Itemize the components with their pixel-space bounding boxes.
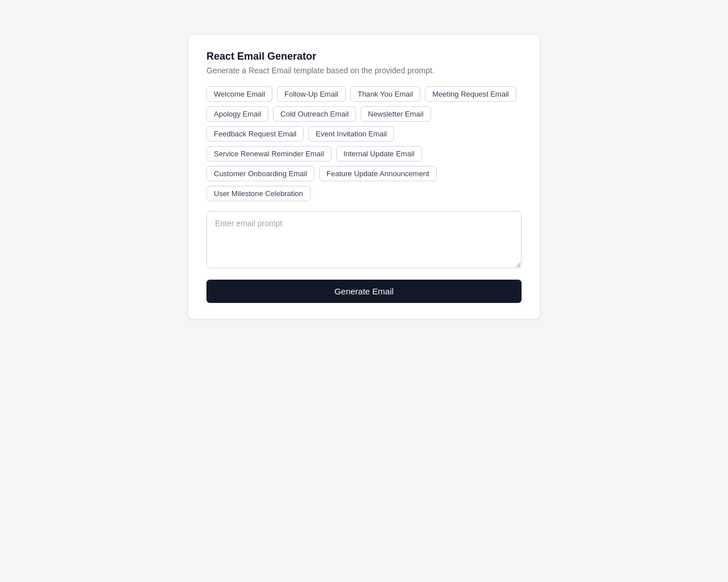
main-card: React Email Generator Generate a React E… [188, 34, 540, 319]
tag-newsletter-email[interactable]: Newsletter Email [361, 106, 431, 122]
tag-meeting-request-email[interactable]: Meeting Request Email [425, 86, 516, 102]
tag-feedback-request-email[interactable]: Feedback Request Email [206, 126, 304, 142]
page-subtitle: Generate a React Email template based on… [206, 66, 522, 75]
tag-service-renewal-reminder-email[interactable]: Service Renewal Reminder Email [206, 146, 332, 161]
tag-internal-update-email[interactable]: Internal Update Email [336, 146, 422, 161]
tags-container: Welcome EmailFollow-Up EmailThank You Em… [206, 86, 522, 201]
tag-user-milestone-celebration[interactable]: User Milestone Celebration [206, 186, 311, 201]
tag-apology-email[interactable]: Apology Email [206, 106, 268, 122]
tag-customer-onboarding-email[interactable]: Customer Onboarding Email [206, 166, 315, 181]
prompt-textarea[interactable] [206, 211, 522, 268]
tag-thank-you-email[interactable]: Thank You Email [350, 86, 421, 102]
tag-event-invitation-email[interactable]: Event Invitation Email [308, 126, 394, 142]
tag-cold-outreach-email[interactable]: Cold Outreach Email [273, 106, 356, 122]
page-title: React Email Generator [206, 51, 522, 63]
tag-feature-update-announcement[interactable]: Feature Update Announcement [319, 166, 437, 181]
generate-button[interactable]: Generate Email [206, 280, 522, 303]
tag-welcome-email[interactable]: Welcome Email [206, 86, 272, 102]
tag-follow-up-email[interactable]: Follow-Up Email [277, 86, 346, 102]
